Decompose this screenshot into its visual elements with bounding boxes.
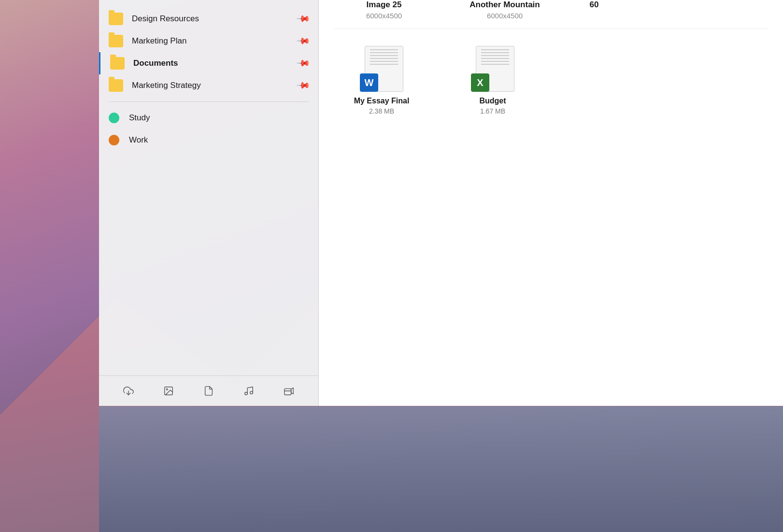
sidebar: Design Resources 📌 Marketing Plan 📌 Docu… [99, 0, 319, 406]
sidebar-toolbar [99, 375, 318, 406]
tag-label: Study [129, 113, 150, 123]
pin-icon: 📌 [296, 11, 311, 26]
top-file-another-mountain[interactable]: Another Mountain 6000x4500 [454, 0, 555, 20]
pin-icon: 📌 [296, 56, 311, 71]
file-size: 2.38 MB [369, 107, 394, 115]
folder-icon [109, 35, 123, 47]
sidebar-item-marketing-strategy[interactable]: Marketing Strategy 📌 [99, 74, 318, 97]
tag-label: Work [129, 135, 148, 145]
divider [109, 101, 309, 102]
file-size: 1.67 MB [480, 107, 505, 115]
sidebar-item-work[interactable]: Work [99, 129, 318, 151]
sidebar-item-marketing-plan[interactable]: Marketing Plan 📌 [99, 30, 318, 52]
image-button[interactable] [159, 384, 178, 398]
document-button[interactable] [199, 384, 218, 398]
svg-point-3 [245, 392, 248, 395]
main-content: Image 25 6000x4500 Another Mountain 6000… [319, 0, 783, 406]
folder-icon [110, 57, 125, 70]
folder-icon [109, 79, 123, 92]
music-button[interactable] [240, 384, 258, 398]
sidebar-item-label: Documents [133, 58, 294, 68]
bottom-bar [99, 406, 783, 532]
study-dot [109, 113, 119, 123]
sidebar-item-study[interactable]: Study [99, 107, 318, 129]
top-file-dims: 6000x4500 [333, 12, 435, 20]
sidebar-folder-list: Design Resources 📌 Marketing Plan 📌 Docu… [99, 0, 318, 375]
sidebar-item-documents[interactable]: Documents 📌 [99, 52, 318, 74]
download-button[interactable] [119, 384, 138, 398]
top-file-dims: 6000x4500 [454, 12, 555, 20]
excel-badge: X [471, 73, 489, 92]
music-icon [243, 386, 254, 396]
svg-rect-5 [284, 388, 291, 395]
sidebar-item-label: Design Resources [132, 14, 294, 24]
top-row: Image 25 6000x4500 Another Mountain 6000… [333, 0, 769, 29]
svg-point-4 [250, 391, 253, 394]
top-file-name: Image 25 [333, 0, 435, 10]
word-badge: W [360, 73, 378, 92]
video-button[interactable] [280, 384, 298, 398]
files-grid: W My Essay Final 2.38 MB X Budget 1.67 M… [333, 43, 769, 115]
folder-icon [109, 13, 123, 25]
video-icon [284, 386, 294, 396]
file-name: Budget [479, 97, 506, 105]
top-file-partial[interactable]: 60 [575, 0, 613, 20]
download-icon [123, 386, 134, 396]
file-my-essay-final[interactable]: W My Essay Final 2.38 MB [338, 43, 425, 115]
word-doc-icon: W [360, 43, 403, 92]
pin-icon: 📌 [296, 33, 311, 48]
top-file-name: Another Mountain [454, 0, 555, 10]
work-dot [109, 135, 119, 145]
file-name: My Essay Final [354, 97, 410, 105]
sidebar-item-label: Marketing Strategy [132, 81, 294, 90]
document-icon [203, 386, 214, 396]
svg-point-2 [167, 388, 168, 390]
top-file-image25[interactable]: Image 25 6000x4500 [333, 0, 435, 20]
sidebar-item-label: Marketing Plan [132, 36, 294, 46]
pin-icon: 📌 [296, 78, 311, 93]
image-icon [163, 386, 174, 396]
top-file-dims-partial: 60 [575, 0, 613, 10]
file-budget[interactable]: X Budget 1.67 MB [449, 43, 536, 115]
sidebar-item-design-resources[interactable]: Design Resources 📌 [99, 8, 318, 30]
excel-doc-icon: X [471, 43, 514, 92]
